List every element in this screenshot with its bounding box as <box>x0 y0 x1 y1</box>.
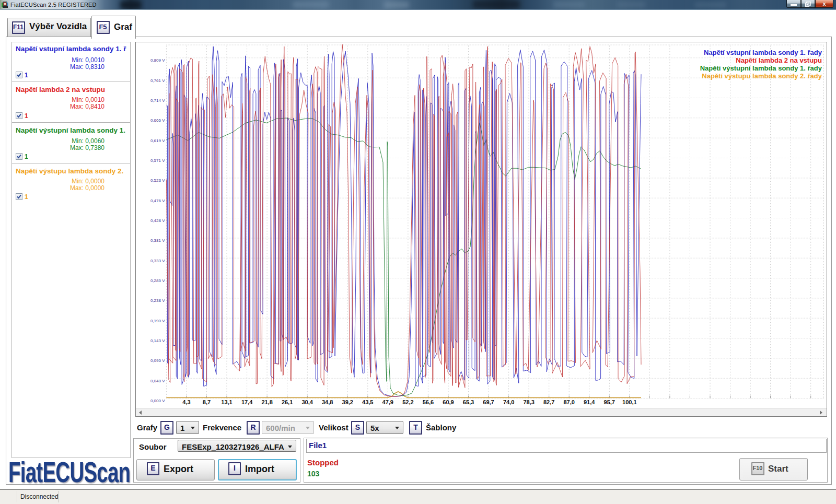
svg-text:0,714 V: 0,714 V <box>150 98 165 103</box>
svg-text:60,9: 60,9 <box>443 399 454 405</box>
svg-text:17,4: 17,4 <box>241 399 253 405</box>
svg-text:74,0: 74,0 <box>503 399 514 405</box>
svg-text:0,285 V: 0,285 V <box>150 278 165 283</box>
svg-text:95,7: 95,7 <box>604 399 615 405</box>
svg-text:0,333 V: 0,333 V <box>150 259 165 263</box>
svg-text:100,1: 100,1 <box>622 399 637 405</box>
svg-text:0,381 V: 0,381 V <box>150 238 165 243</box>
svg-text:0,000 V: 0,000 V <box>150 398 165 403</box>
svg-text:8,7: 8,7 <box>203 399 211 405</box>
svg-text:87,0: 87,0 <box>563 399 574 405</box>
svg-text:56,6: 56,6 <box>423 399 434 405</box>
svg-text:0,571 V: 0,571 V <box>150 158 165 163</box>
svg-text:0,048 V: 0,048 V <box>150 379 165 383</box>
svg-text:21,8: 21,8 <box>261 399 272 405</box>
svg-text:78,3: 78,3 <box>523 399 534 405</box>
svg-text:39,2: 39,2 <box>342 399 353 405</box>
svg-text:0,095 V: 0,095 V <box>150 358 165 363</box>
svg-text:13,1: 13,1 <box>221 399 232 405</box>
svg-text:0,143 V: 0,143 V <box>150 338 165 343</box>
svg-text:65,3: 65,3 <box>463 399 474 405</box>
svg-text:82,7: 82,7 <box>543 399 554 405</box>
svg-text:0,761 V: 0,761 V <box>150 78 165 83</box>
svg-text:43,5: 43,5 <box>362 399 373 405</box>
svg-text:30,4: 30,4 <box>301 399 313 405</box>
svg-text:91,4: 91,4 <box>584 399 595 405</box>
svg-text:0,190 V: 0,190 V <box>150 319 165 323</box>
svg-text:47,9: 47,9 <box>382 399 393 405</box>
svg-text:0,523 V: 0,523 V <box>150 178 165 183</box>
svg-text:0,476 V: 0,476 V <box>150 198 165 203</box>
svg-text:26,1: 26,1 <box>282 399 293 405</box>
svg-text:0,666 V: 0,666 V <box>150 118 165 123</box>
svg-text:52,2: 52,2 <box>402 399 413 405</box>
svg-text:0,238 V: 0,238 V <box>150 298 165 303</box>
svg-text:0,428 V: 0,428 V <box>150 218 165 223</box>
svg-text:0,809 V: 0,809 V <box>150 58 165 63</box>
svg-text:34,8: 34,8 <box>322 399 333 405</box>
svg-text:69,7: 69,7 <box>483 399 494 405</box>
svg-text:0,619 V: 0,619 V <box>150 138 165 143</box>
svg-text:4,3: 4,3 <box>182 399 190 405</box>
